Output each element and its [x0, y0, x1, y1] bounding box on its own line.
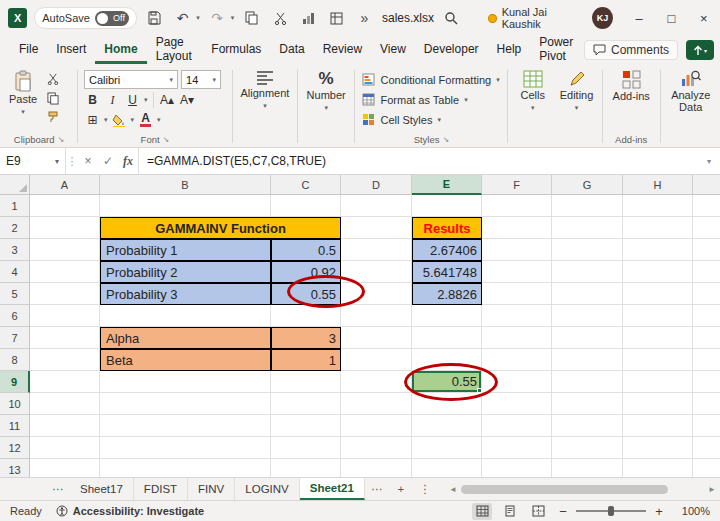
zoom-level[interactable]: 100%	[674, 505, 710, 517]
cell[interactable]	[30, 327, 100, 349]
formula-bar-expand-icon[interactable]: ▾	[698, 148, 720, 174]
copy-button[interactable]	[44, 90, 62, 106]
cell[interactable]	[100, 437, 271, 459]
cell-e4[interactable]: 5.641748	[412, 261, 482, 283]
cell[interactable]	[271, 415, 341, 437]
cell[interactable]	[100, 305, 271, 327]
select-all-corner[interactable]	[0, 175, 30, 195]
tab-power-pivot[interactable]: Power Pivot	[530, 36, 584, 64]
cell[interactable]	[30, 415, 100, 437]
cell[interactable]	[271, 437, 341, 459]
tab-data[interactable]: Data	[270, 36, 313, 64]
cell-e9-selected[interactable]: 0.55	[412, 371, 482, 393]
font-size-select[interactable]: 14 ▾	[181, 70, 221, 89]
save-button[interactable]	[144, 5, 165, 31]
name-box[interactable]: E9 ▾	[0, 148, 66, 174]
fill-handle[interactable]	[477, 388, 482, 393]
cell[interactable]	[623, 371, 693, 393]
cell[interactable]	[100, 195, 271, 217]
cell[interactable]	[552, 327, 623, 349]
cell-b2-title[interactable]: GAMMAINV Function	[100, 217, 341, 239]
cell[interactable]	[693, 217, 720, 239]
column-header-c[interactable]: C	[271, 175, 341, 195]
cell[interactable]	[693, 393, 720, 415]
page-layout-view-button[interactable]	[500, 503, 520, 520]
column-header-d[interactable]: D	[341, 175, 412, 195]
column-header-e[interactable]: E	[412, 175, 482, 195]
analyze-data-button[interactable]: Analyze Data	[664, 68, 718, 113]
zoom-slider[interactable]	[576, 510, 646, 512]
confirm-entry-button[interactable]: ✓	[98, 148, 118, 174]
borders-dropdown-icon[interactable]: ▾	[104, 116, 108, 124]
row-header-2[interactable]: 2	[0, 217, 30, 239]
borders-button[interactable]: ⊞	[84, 111, 101, 129]
sheet-tab-fdist[interactable]: FDIST	[134, 478, 188, 500]
column-header-g[interactable]: G	[552, 175, 623, 195]
addins-button[interactable]: Add-ins	[608, 68, 655, 102]
cell[interactable]	[271, 371, 341, 393]
cell[interactable]	[623, 217, 693, 239]
underline-dropdown-icon[interactable]: ▾	[144, 96, 148, 104]
cell[interactable]	[30, 393, 100, 415]
user-avatar[interactable]: KJ	[592, 7, 613, 29]
cell[interactable]	[100, 393, 271, 415]
page-break-view-button[interactable]	[528, 503, 548, 520]
italic-button[interactable]: I	[104, 91, 121, 109]
cell[interactable]	[341, 415, 412, 437]
cells-button[interactable]: Cells ▾	[516, 68, 550, 114]
comments-button[interactable]: Comments	[584, 40, 678, 60]
cell[interactable]	[623, 327, 693, 349]
cell[interactable]	[623, 305, 693, 327]
column-header-a[interactable]: A	[30, 175, 100, 195]
row-header-6[interactable]: 6	[0, 305, 30, 327]
tab-help[interactable]: Help	[488, 36, 531, 64]
cell[interactable]	[552, 349, 623, 371]
column-header-f[interactable]: F	[482, 175, 552, 195]
scroll-left-icon[interactable]: ◄	[445, 485, 461, 494]
autosave-control[interactable]: AutoSave Off	[34, 7, 137, 29]
accessibility-status[interactable]: Accessibility: Investigate	[56, 505, 204, 517]
cell[interactable]	[693, 371, 720, 393]
font-size-dropdown-icon[interactable]: ▾	[213, 76, 217, 84]
close-button[interactable]: ×	[688, 0, 720, 36]
search-button[interactable]	[441, 5, 462, 31]
cell[interactable]	[271, 305, 341, 327]
cell-c3[interactable]: 0.5	[271, 239, 341, 261]
cell-b4[interactable]: Probability 2	[100, 261, 271, 283]
cell[interactable]	[341, 217, 412, 239]
cell[interactable]	[693, 261, 720, 283]
undo-dropdown-icon[interactable]: ▾	[196, 14, 200, 22]
cell[interactable]	[693, 415, 720, 437]
tab-home[interactable]: Home	[95, 36, 146, 64]
cell-b3[interactable]: Probability 1	[100, 239, 271, 261]
paste-button[interactable]: Paste ▾	[4, 68, 42, 118]
tab-page-layout[interactable]: Page Layout	[147, 36, 203, 64]
editing-dropdown-icon[interactable]: ▾	[575, 102, 579, 114]
cell[interactable]	[623, 283, 693, 305]
cut-button[interactable]	[44, 71, 62, 87]
row-header-8[interactable]: 8	[0, 349, 30, 371]
tab-developer[interactable]: Developer	[415, 36, 488, 64]
cell[interactable]	[552, 415, 623, 437]
sheet-tab-sheet17[interactable]: Sheet17	[70, 478, 134, 500]
cell[interactable]	[412, 415, 482, 437]
cell[interactable]	[623, 393, 693, 415]
cell[interactable]	[341, 459, 412, 477]
cell-e3[interactable]: 2.67406	[412, 239, 482, 261]
chart-quick-button[interactable]	[298, 5, 319, 31]
cell[interactable]	[412, 195, 482, 217]
formula-bar-grip-icon[interactable]: ⋮	[66, 148, 78, 174]
cell[interactable]	[271, 459, 341, 477]
font-name-dropdown-icon[interactable]: ▾	[170, 76, 174, 84]
scrollbar-track[interactable]	[461, 485, 704, 494]
cell-c7[interactable]: 3	[271, 327, 341, 349]
alignment-dropdown-icon[interactable]: ▾	[263, 100, 267, 112]
cell[interactable]	[30, 349, 100, 371]
maximize-button[interactable]: □	[655, 0, 687, 36]
document-title[interactable]: sales.xlsx	[382, 11, 434, 25]
cell[interactable]	[482, 415, 552, 437]
tab-view[interactable]: View	[371, 36, 415, 64]
cell[interactable]	[412, 393, 482, 415]
cell[interactable]	[693, 327, 720, 349]
more-sheets-button[interactable]: ⋯	[46, 478, 70, 500]
